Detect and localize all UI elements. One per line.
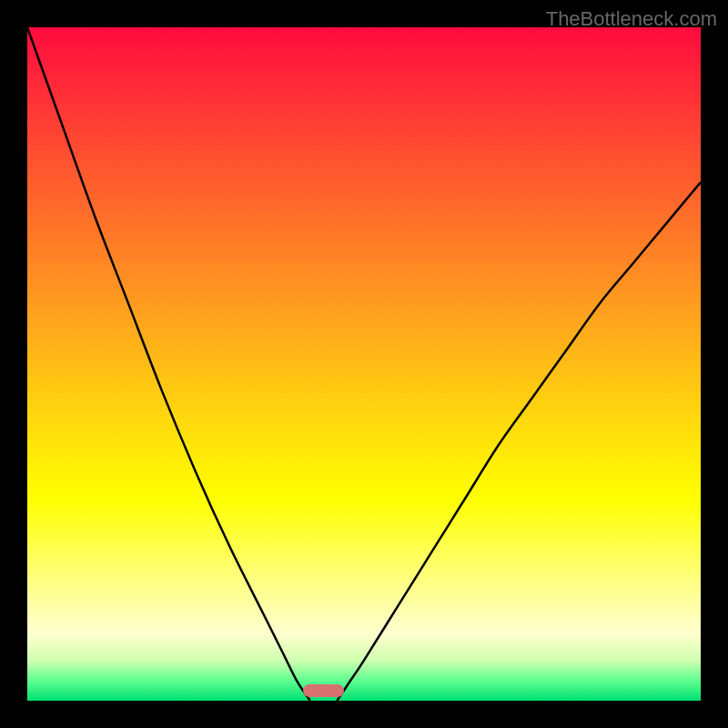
watermark-text: TheBottleneck.com <box>546 7 717 31</box>
right-curve <box>337 182 701 701</box>
left-curve <box>27 27 310 701</box>
minimum-marker <box>303 684 343 698</box>
curve-layer <box>27 27 701 701</box>
chart-frame <box>27 27 701 701</box>
plot-area <box>27 27 701 701</box>
